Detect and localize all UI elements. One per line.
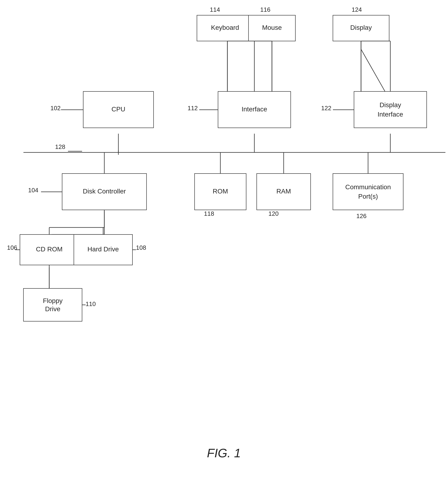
floppy-drive-box [24, 288, 82, 321]
interface-ref: 112 [188, 105, 198, 112]
figure-label: FIG. 1 [207, 446, 241, 460]
display-ref: 124 [352, 6, 362, 13]
rom-ref: 118 [204, 210, 214, 217]
floppy-drive-ref: 110 [86, 301, 96, 308]
keyboard-ref: 114 [210, 6, 220, 13]
disk-controller-ref: 104 [28, 187, 38, 194]
display-interface-label2: Interface [378, 111, 403, 118]
comm-ports-ref: 126 [356, 212, 366, 220]
comm-ports-label2: Port(s) [358, 193, 378, 200]
cpu-ref: 102 [50, 105, 60, 112]
rom-label: ROM [213, 187, 228, 195]
display-interface-box [354, 91, 427, 128]
diagram-container: Keyboard 114 Mouse 116 Display 124 CPU 1… [0, 0, 448, 488]
ram-ref: 120 [268, 210, 279, 217]
interface-label: Interface [242, 106, 267, 113]
cpu-label: CPU [111, 106, 125, 113]
floppy-drive-label2: Drive [45, 305, 60, 313]
bus-ref: 128 [55, 143, 65, 150]
mouse-ref: 116 [260, 6, 270, 13]
cd-rom-ref: 106 [7, 244, 17, 251]
hard-drive-ref: 108 [136, 244, 146, 251]
mouse-label: Mouse [262, 24, 282, 31]
disk-controller-label: Disk Controller [83, 187, 126, 195]
floppy-drive-label1: Floppy [43, 297, 63, 304]
display-interface-ref: 122 [321, 105, 331, 112]
display-interface-label1: Display [380, 101, 401, 109]
comm-ports-box [333, 173, 403, 210]
display-label: Display [350, 24, 372, 31]
ram-label: RAM [276, 187, 291, 195]
hard-drive-label: Hard Drive [88, 245, 119, 253]
cd-rom-label: CD ROM [36, 245, 63, 253]
keyboard-label: Keyboard [211, 24, 239, 31]
comm-ports-label1: Communication [345, 183, 391, 191]
